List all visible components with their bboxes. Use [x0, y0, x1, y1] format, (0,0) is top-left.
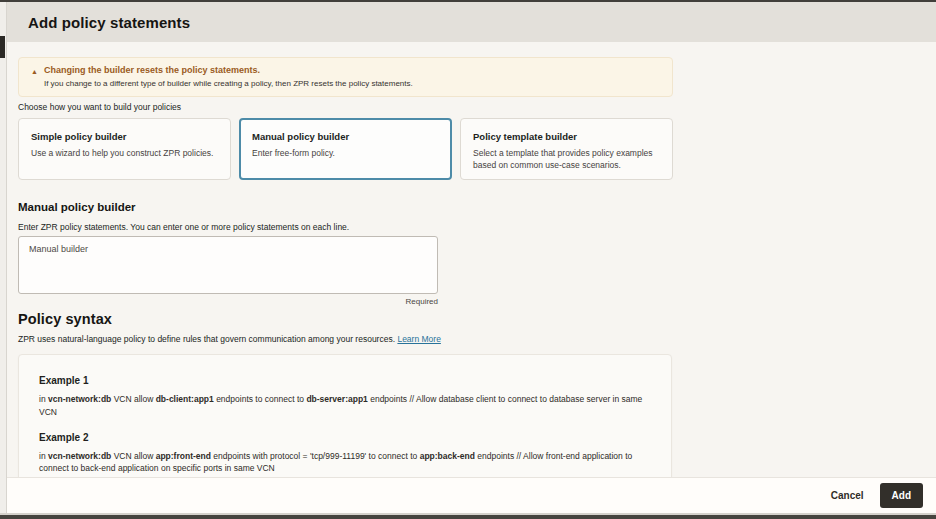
page-behind-artifact — [0, 36, 5, 58]
card-simple-policy-builder[interactable]: Simple policy builder Use a wizard to he… — [18, 118, 231, 180]
card-manual-policy-builder[interactable]: Manual policy builder Enter free-form po… — [239, 118, 452, 180]
window-bottom-edge — [0, 515, 936, 519]
policy-statements-field-label: Enter ZPR policy statements. You can ent… — [18, 222, 918, 232]
add-button[interactable]: Add — [880, 483, 923, 508]
example-title: Example 1 — [39, 375, 651, 386]
warning-triangle-icon: ▲ — [31, 65, 38, 88]
warning-banner-content: Changing the builder resets the policy s… — [44, 65, 413, 88]
builder-option-cards: Simple policy builder Use a wizard to he… — [18, 118, 673, 180]
card-description: Use a wizard to help you construct ZPR p… — [31, 147, 218, 159]
cancel-button[interactable]: Cancel — [831, 490, 864, 501]
example-title: Example 2 — [39, 432, 651, 443]
card-title: Policy template builder — [473, 131, 660, 142]
page-behind-gutter — [0, 2, 7, 513]
example-statement: in vcn-network:db VCN allow app:front-en… — [39, 450, 651, 476]
card-title: Simple policy builder — [31, 131, 218, 142]
card-policy-template-builder[interactable]: Policy template builder Select a templat… — [460, 118, 673, 180]
policy-examples-panel: Example 1 in vcn-network:db VCN allow db… — [18, 354, 672, 477]
policy-statements-textarea[interactable]: Manual builder — [18, 236, 438, 294]
dialog-title: Add policy statements — [28, 14, 190, 31]
warning-banner: ▲ Changing the builder resets the policy… — [18, 57, 673, 97]
dialog-body: ▲ Changing the builder resets the policy… — [7, 42, 936, 477]
builder-chooser-label: Choose how you want to build your polici… — [18, 102, 918, 112]
example-statement: in vcn-network:db VCN allow db-client:ap… — [39, 393, 651, 419]
card-description: Enter free-form policy. — [252, 147, 439, 159]
policy-syntax-description: ZPR uses natural-language policy to defi… — [18, 334, 918, 344]
add-policy-statements-dialog: Add policy statements ▲ Changing the bui… — [7, 2, 936, 513]
warning-banner-title: Changing the builder resets the policy s… — [44, 65, 413, 75]
policy-syntax-heading: Policy syntax — [18, 311, 918, 327]
card-description: Select a template that provides policy e… — [473, 147, 660, 172]
warning-banner-description: If you change to a different type of bui… — [44, 79, 413, 88]
learn-more-link[interactable]: Learn More — [397, 334, 440, 344]
dialog-footer: Cancel Add — [7, 477, 936, 513]
manual-builder-heading: Manual policy builder — [18, 201, 918, 213]
card-title: Manual policy builder — [252, 131, 439, 142]
required-label: Required — [18, 297, 438, 306]
add-policy-statements-dialog-screenshot: Add policy statements ▲ Changing the bui… — [0, 0, 936, 519]
dialog-header: Add policy statements — [7, 2, 936, 42]
policy-syntax-description-text: ZPR uses natural-language policy to defi… — [18, 334, 397, 344]
